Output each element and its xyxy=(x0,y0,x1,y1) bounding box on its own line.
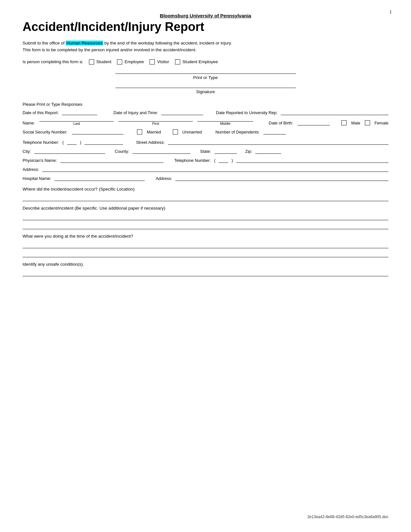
intro-line2: This form is to be completed by the pers… xyxy=(23,47,197,52)
hospital-name-field[interactable] xyxy=(54,175,145,181)
university-name: Bloomsburg University of Pennsylvania xyxy=(23,13,388,18)
state-label: State: xyxy=(200,149,211,154)
highlight-human-resources: Human Resources xyxy=(66,41,103,45)
signature-section: Signature xyxy=(23,88,388,99)
question2-answer-1[interactable] xyxy=(23,213,388,220)
question1-section: Where did the incident/accident occur? (… xyxy=(23,187,388,201)
question1-text: Where did the incident/accident occur? (… xyxy=(23,187,388,192)
num-dep-label: Number of Dependents xyxy=(215,130,259,134)
street-label: Street Address: xyxy=(136,140,165,145)
student-checkbox[interactable] xyxy=(89,59,94,64)
date-injury-label: Date of Injury and Time: xyxy=(113,110,158,115)
hospital-addr-label: Address: xyxy=(156,176,172,181)
print-line xyxy=(115,74,296,74)
question3-section: What were you doing at the time of the a… xyxy=(23,234,388,257)
intro-after: by the end of the workday following the … xyxy=(103,41,232,45)
zip-field[interactable] xyxy=(255,148,281,154)
tel-open-paren: ( xyxy=(62,140,64,145)
female-label: Female xyxy=(375,121,388,125)
tel-area-field[interactable] xyxy=(67,139,77,145)
tel-row: Telephone Number: ( ) Street Address: xyxy=(23,139,388,145)
student-employee-label: Student Employee xyxy=(182,59,218,64)
county-field[interactable] xyxy=(132,148,191,154)
student-label: Student xyxy=(96,59,112,64)
state-field[interactable] xyxy=(214,148,237,154)
footer-id: 2e13ea42-8e68-42d5-82e0-ed5c3ea6a905.doc xyxy=(307,515,388,519)
employee-label: Employee xyxy=(124,59,144,64)
address-field[interactable] xyxy=(42,166,388,172)
physician-label: Physician's Name: xyxy=(23,158,57,163)
ssn-field[interactable] xyxy=(72,129,123,134)
person-type-label: Is person completing this form a: xyxy=(23,59,83,64)
employee-checkbox[interactable] xyxy=(117,59,122,64)
city-label: City: xyxy=(23,149,31,154)
signature-line xyxy=(115,88,296,88)
street-field[interactable] xyxy=(168,139,388,145)
ssn-row: Social Security Number: Married Unmarrie… xyxy=(23,129,388,134)
middle-sublabel: Middle xyxy=(220,122,230,125)
question1-answer[interactable] xyxy=(23,194,388,201)
unmarried-checkbox[interactable] xyxy=(173,129,178,134)
zip-label: Zip: xyxy=(245,149,252,154)
physician-tel-open: ( xyxy=(214,158,215,163)
hospital-address-field[interactable] xyxy=(175,175,388,181)
student-option[interactable]: Student xyxy=(89,59,112,64)
physician-tel-label: Telephone Number: xyxy=(174,158,211,163)
person-type-row: Is person completing this form a: Studen… xyxy=(23,59,388,64)
physician-tel-close: ) xyxy=(231,158,233,163)
physician-tel-number[interactable] xyxy=(236,157,388,163)
tel-close-paren: ) xyxy=(80,140,81,145)
ssn-label: Social Security Number: xyxy=(23,130,67,134)
address-label: Address: xyxy=(23,167,39,172)
question4-section: Identify any unsafe condition(s). xyxy=(23,262,388,276)
date-reported-label: Date Reported to University Rep: xyxy=(216,110,278,115)
male-checkbox[interactable] xyxy=(341,120,347,125)
page-number: 1 xyxy=(389,10,392,14)
date-injury-field[interactable] xyxy=(161,109,203,115)
married-label: Married xyxy=(147,130,161,134)
student-employee-option[interactable]: Student Employee xyxy=(175,59,218,64)
unmarried-label: Unmarried xyxy=(182,130,202,134)
male-label: Male xyxy=(351,121,360,125)
visitor-checkbox[interactable] xyxy=(150,59,155,64)
employee-option[interactable]: Employee xyxy=(117,59,144,64)
visitor-option[interactable]: Visitor xyxy=(150,59,169,64)
physician-row: Physician's Name: Telephone Number: ( ) xyxy=(23,157,388,163)
city-row: City: County: State: Zip: xyxy=(23,148,388,154)
intro-before: Submit to the office of xyxy=(23,41,66,45)
question2-text: Describe accident/incident (Be specific.… xyxy=(23,206,388,211)
question4-answer[interactable] xyxy=(23,269,388,276)
dob-label: Date of Birth: xyxy=(269,121,293,125)
first-sublabel: First xyxy=(152,122,159,125)
student-employee-checkbox[interactable] xyxy=(175,59,180,64)
num-dep-field[interactable] xyxy=(263,129,286,134)
physician-tel-area[interactable] xyxy=(219,157,228,163)
name-label: Name: xyxy=(23,121,35,125)
married-checkbox[interactable] xyxy=(137,129,142,134)
question3-text: What were you doing at the time of the a… xyxy=(23,234,388,239)
date-report-label: Date of this Report: xyxy=(23,110,59,115)
tel-label: Telephone Number: xyxy=(23,140,59,145)
county-label: County: xyxy=(115,149,129,154)
female-checkbox[interactable] xyxy=(365,120,370,125)
tel-number-field[interactable] xyxy=(84,139,123,145)
address-row: Address: xyxy=(23,166,388,172)
dob-field[interactable] xyxy=(298,120,330,125)
physician-name-field[interactable] xyxy=(60,157,163,163)
please-print: Please Print or Type Responses xyxy=(23,102,388,107)
question3-answer-2[interactable] xyxy=(23,250,388,257)
print-section: Print or Type xyxy=(23,74,388,84)
intro-text: Submit to the office of Human Resources … xyxy=(23,40,388,54)
signature-label: Signature xyxy=(196,89,215,94)
date-reported-field[interactable] xyxy=(281,109,388,115)
question2-answer-2[interactable] xyxy=(23,222,388,229)
question3-answer-1[interactable] xyxy=(23,241,388,248)
dates-row: Date of this Report: Date of Injury and … xyxy=(23,109,388,115)
date-report-field[interactable] xyxy=(62,109,97,115)
print-label: Print or Type xyxy=(193,75,218,80)
hospital-row: Hospital Name: Address: xyxy=(23,175,388,181)
report-title: Accident/Incident/Injury Report xyxy=(23,20,388,34)
city-field[interactable] xyxy=(34,148,105,154)
question2-section: Describe accident/incident (Be specific.… xyxy=(23,206,388,229)
hospital-label: Hospital Name: xyxy=(23,176,51,181)
